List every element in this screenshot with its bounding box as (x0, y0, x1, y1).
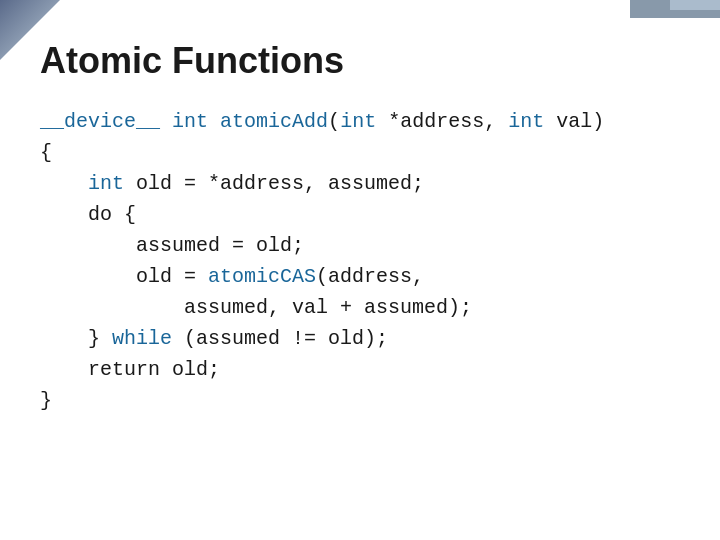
page-content: Atomic Functions __device__ int atomicAd… (40, 40, 680, 520)
keyword-int-2: int (340, 110, 376, 133)
keyword-device: __device__ (40, 110, 160, 133)
code-line-7: assumed, val + assumed); (40, 296, 472, 319)
code-line-5: assumed = old; (40, 234, 304, 257)
code-line-2: { (40, 141, 52, 164)
code-block: __device__ int atomicAdd(int *address, i… (40, 106, 680, 416)
keyword-while: while (112, 327, 172, 350)
keyword-int-1: int (172, 110, 208, 133)
code-line-3: int old = *address, assumed; (40, 172, 424, 195)
code-line-6: old = atomicCAS(address, (40, 265, 424, 288)
function-cas: atomicCAS (208, 265, 316, 288)
code-line-1: __device__ int atomicAdd(int *address, i… (40, 110, 604, 133)
keyword-int-3: int (508, 110, 544, 133)
page-title: Atomic Functions (40, 40, 680, 82)
code-line-4: do { (40, 203, 136, 226)
code-line-9: return old; (40, 358, 220, 381)
keyword-int-4: int (88, 172, 124, 195)
deco-bar-small (670, 0, 720, 10)
function-name: atomicAdd (220, 110, 328, 133)
code-line-10: } (40, 389, 52, 412)
code-line-8: } while (assumed != old); (40, 327, 388, 350)
